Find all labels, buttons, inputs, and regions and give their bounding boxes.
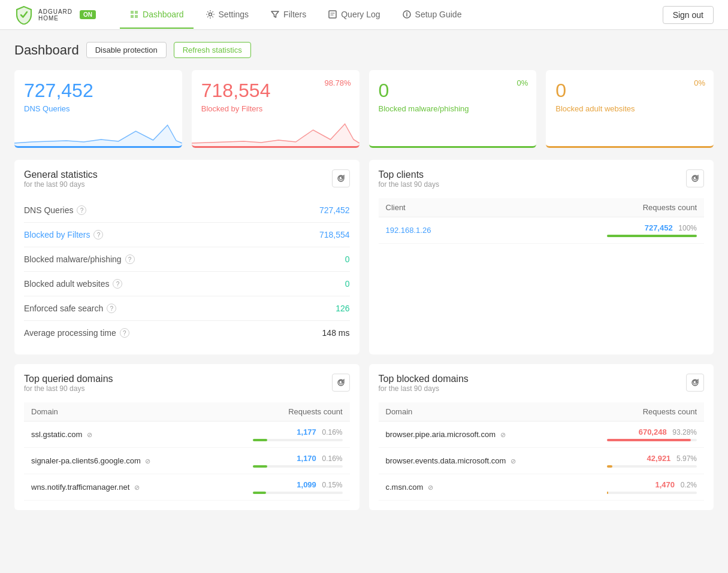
main-content: Dashboard Disable protection Refresh sta… [0, 30, 728, 522]
stat-card-blocked-malware: 0% 0 Blocked malware/phishing [369, 70, 537, 148]
general-stats-refresh-button[interactable] [332, 169, 350, 187]
stats-row-safe-search: Enforced safe search ? 126 [24, 296, 350, 321]
dns-queries-number: 727,452 [24, 80, 173, 102]
top-clients-table: Client Requests count 192.168.1.26 727,4… [379, 198, 705, 244]
blocked-filters-label: Blocked by Filters [201, 104, 350, 113]
settings-icon [206, 10, 215, 19]
client-ip-link[interactable]: 192.168.1.26 [386, 226, 431, 235]
general-statistics-card: General statistics for the last 90 days … [14, 160, 360, 354]
top-blocked-title: Top blocked domains [379, 374, 469, 384]
blocked-malware-percent: 0% [516, 78, 528, 87]
refresh-statistics-button[interactable]: Refresh statistics [174, 42, 251, 58]
unblock-icon-3[interactable]: ⊘ [428, 484, 433, 491]
stats-blocked-malware-value: 0 [345, 254, 350, 264]
logo-name: ADGUARD HOME [38, 8, 73, 22]
top-clients-subtitle: for the last 90 days [379, 180, 439, 189]
blocked-filters-chart [192, 113, 360, 146]
blocked-filters-link[interactable]: Blocked by Filters [24, 230, 90, 239]
top-clients-header: Top clients for the last 90 days [379, 169, 705, 196]
refresh-icon [337, 174, 345, 183]
table-row: wns.notify.trafficmanager.net ⊘ 1,099 0.… [24, 474, 350, 501]
stat-card-blocked-adult: 0% 0 Blocked adult websites [546, 70, 714, 148]
general-stats-title: General statistics [24, 169, 98, 180]
top-queried-refresh-button[interactable] [332, 374, 350, 392]
top-queried-header: Top queried domains for the last 90 days [24, 374, 350, 400]
stats-row-blocked-malware: Blocked malware/phishing ? 0 [24, 247, 350, 272]
table-row: 192.168.1.26 727,452 100% [379, 217, 705, 244]
top-blocked-refresh-button[interactable] [686, 374, 704, 392]
stats-blocked-adult-value: 0 [345, 279, 350, 289]
nav-item-filters[interactable]: Filters [261, 1, 316, 29]
client-progress-bar [607, 235, 697, 237]
bottom-row: General statistics for the last 90 days … [14, 160, 714, 354]
main-nav: Dashboard Settings Filters Query Log Set… [120, 1, 663, 29]
refresh-icon [691, 378, 699, 387]
filter-icon-1[interactable]: ⊘ [87, 431, 92, 438]
setup-guide-icon [402, 10, 412, 19]
top-blocked-card: Top blocked domains for the last 90 days… [369, 364, 714, 510]
blocked-adult-label: Blocked adult websites [555, 104, 704, 113]
table-row: signaler-pa.clients6.google.com ⊘ 1,170 … [24, 448, 350, 474]
avg-time-help-icon[interactable]: ? [120, 328, 129, 338]
disable-protection-button[interactable]: Disable protection [86, 42, 167, 58]
blocked-malware-number: 0 [379, 80, 527, 102]
stats-row-blocked-filters: Blocked by Filters ? 718,554 [24, 223, 350, 247]
stats-avg-time-value: 148 ms [322, 328, 350, 338]
queried-col-requests: Requests count [207, 402, 350, 422]
stat-card-dns-queries: 727,452 DNS Queries [14, 70, 182, 148]
blocked-filters-percent: 98.78% [324, 78, 351, 87]
stats-cards-row: 727,452 DNS Queries 98.78% 718,554 Block… [14, 70, 714, 148]
dns-help-icon[interactable]: ? [77, 205, 86, 215]
safe-search-help-icon[interactable]: ? [107, 304, 116, 313]
stat-card-blocked-filters: 98.78% 718,554 Blocked by Filters [192, 70, 360, 148]
blocked-adult-percent: 0% [694, 78, 705, 87]
unblock-icon-2[interactable]: ⊘ [510, 457, 516, 465]
table-row: c.msn.com ⊘ 1,470 0.2% [379, 474, 705, 501]
filter-icon-2[interactable]: ⊘ [145, 457, 150, 465]
queried-progress-2 [253, 465, 343, 468]
shield-logo-icon [14, 5, 34, 25]
general-stats-header: General statistics for the last 90 days [24, 169, 350, 196]
stats-safe-search-value: 126 [336, 304, 349, 313]
top-blocked-table: Domain Requests count browser.pipe.aria.… [379, 402, 705, 501]
nav-item-query-log[interactable]: Query Log [318, 1, 389, 29]
clients-col-requests: Requests count [497, 198, 704, 217]
queried-domain-2: signaler-pa.clients6.google.com [31, 456, 141, 465]
on-badge: ON [80, 10, 96, 19]
top-blocked-subtitle: for the last 90 days [379, 384, 469, 393]
nav-item-setup-guide[interactable]: Setup Guide [392, 1, 472, 29]
queried-progress-1 [253, 439, 343, 441]
blocked-malware-help-icon[interactable]: ? [125, 254, 135, 264]
nav-item-dashboard[interactable]: Dashboard [120, 1, 194, 29]
client-requests-value: 727,452 [645, 223, 673, 232]
header: ADGUARD HOME ON Dashboard Settings Filte… [0, 0, 728, 30]
top-queried-title: Top queried domains [24, 374, 113, 384]
stats-row-blocked-adult: Blocked adult websites ? 0 [24, 272, 350, 296]
queried-progress-3 [253, 492, 343, 494]
logo: ADGUARD HOME ON [14, 5, 96, 25]
top-clients-refresh-button[interactable] [686, 169, 704, 187]
blocked-domain-1: browser.pipe.aria.microsoft.com [386, 430, 496, 439]
blocked-domain-2: browser.events.data.microsoft.com [386, 456, 506, 465]
top-queried-card: Top queried domains for the last 90 days… [14, 364, 360, 510]
client-progress-fill [607, 235, 697, 237]
blocked-progress-3 [607, 492, 697, 494]
second-bottom-row: Top queried domains for the last 90 days… [14, 364, 714, 510]
unblock-icon-1[interactable]: ⊘ [500, 431, 506, 438]
blocked-adult-help-icon[interactable]: ? [113, 279, 122, 289]
filter-icon-3[interactable]: ⊘ [134, 484, 140, 491]
blocked-col-requests: Requests count [567, 402, 704, 422]
blocked-progress-1 [607, 439, 697, 441]
blocked-adult-number: 0 [555, 80, 704, 102]
top-queried-table: Domain Requests count ssl.gstatic.com ⊘ [24, 402, 350, 501]
blocked-malware-label: Blocked malware/phishing [379, 104, 527, 113]
nav-item-settings[interactable]: Settings [196, 1, 259, 29]
stats-row-avg-time: Average processing time ? 148 ms [24, 321, 350, 345]
page-title: Dashboard [14, 43, 79, 58]
stats-row-dns: DNS Queries ? 727,452 [24, 198, 350, 223]
svg-point-0 [209, 13, 212, 16]
clients-col-client: Client [379, 198, 497, 217]
top-blocked-header: Top blocked domains for the last 90 days [379, 374, 705, 400]
blocked-filters-help-icon[interactable]: ? [93, 230, 103, 239]
sign-out-button[interactable]: Sign out [663, 6, 714, 24]
